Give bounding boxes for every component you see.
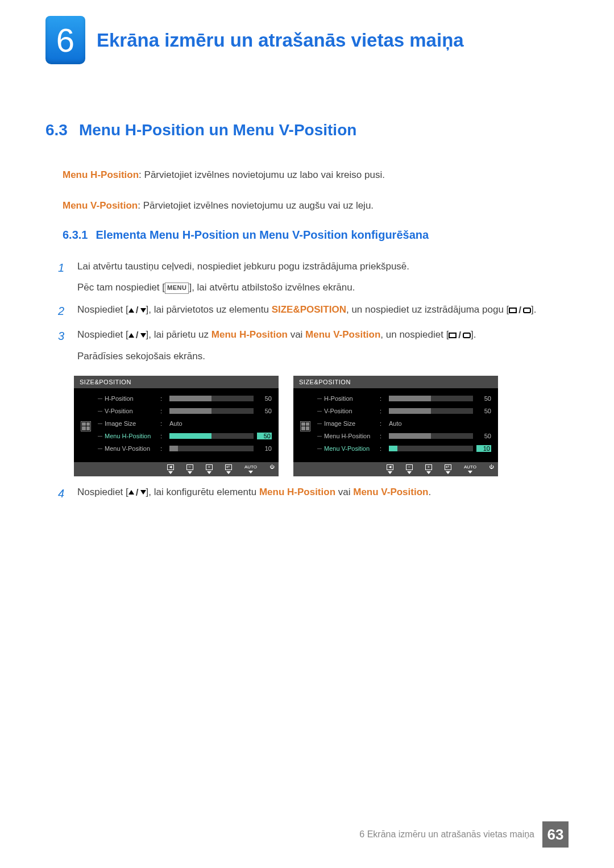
step-3: 3 Nospiediet [/], lai pārietu uz Menu H-… [58, 327, 569, 364]
osd-screenshots: SIZE&POSITION H-Position:50 V-Position:5… [74, 376, 569, 476]
step-4-pre: Nospiediet [ [77, 487, 128, 497]
step-2-highlight: SIZE&POSITION [272, 304, 346, 315]
step-2-number: 2 [58, 302, 68, 320]
up-down-icon: / [128, 327, 146, 343]
osd1-imgsize-val: Auto [169, 420, 182, 427]
subsection-title: Elementa Menu H-Position un Menu V-Posit… [96, 229, 429, 242]
footer-left-icon: ◄ [387, 464, 393, 470]
chapter-number-badge: 6 [45, 16, 85, 64]
subsection-heading: 6.3.1 Elementa Menu H-Position un Menu V… [63, 229, 569, 242]
step-3-hl1: Menu H-Position [211, 329, 288, 340]
osd1-footer: ◄ − + ↵ AUTO ⏻ [74, 462, 279, 476]
osd2-menuh-label: Menu H-Position [317, 433, 380, 439]
step-1-b-pre: Pēc tam nospiediet [ [77, 282, 165, 293]
osd2-imgsize-label: Image Size [317, 420, 380, 427]
osd2-vpos-val: 50 [476, 408, 491, 414]
subsection-number: 6.3.1 [63, 229, 88, 242]
osd1-title: SIZE&POSITION [74, 376, 279, 388]
section-number: 6.3 [45, 121, 68, 139]
osd2-hpos-val: 50 [476, 395, 491, 402]
definition-h-text: : Pārvietojiet izvēlnes novietojumu uz l… [139, 169, 385, 180]
definition-h: Menu H-Position: Pārvietojiet izvēlnes n… [63, 168, 569, 182]
step-4: 4 Nospiediet [/], lai konfigurētu elemen… [58, 484, 569, 502]
rect-enter-icon: / [509, 302, 531, 318]
osd-panel-1: SIZE&POSITION H-Position:50 V-Position:5… [74, 376, 279, 476]
footer-minus-icon: − [186, 464, 193, 470]
grid-icon [300, 421, 310, 431]
osd1-hpos-val: 50 [257, 395, 272, 402]
rect-enter-icon: / [449, 327, 471, 343]
osd2-menuh-val: 50 [476, 433, 491, 439]
up-down-icon: / [128, 302, 146, 318]
step-3-mid1: ], lai pārietu uz [146, 329, 211, 340]
footer-power-icon: ⏻ [269, 464, 274, 470]
chapter-title: Ekrāna izmēru un atrašanās vietas maiņa [97, 30, 464, 51]
osd2-menuv-val: 10 [476, 445, 491, 452]
step-4-hl1: Menu H-Position [259, 487, 335, 497]
step-4-mid2: vai [335, 487, 353, 497]
grid-icon [81, 421, 91, 431]
footer-plus-icon: + [425, 464, 432, 470]
osd1-imgsize-label: Image Size [98, 420, 160, 427]
step-2-post1: , un nospiediet uz izstrādājuma pogu [ [346, 304, 509, 315]
step-3-line2: Parādīsies sekojošais ekrāns. [77, 348, 569, 364]
footer-minus-icon: − [406, 464, 413, 470]
footer-left-icon: ◄ [167, 464, 174, 470]
osd1-vpos-label: V-Position [98, 408, 160, 414]
step-2-mid: ], lai pārvietotos uz elementu [146, 304, 272, 315]
definition-v-text: : Pārvietojiet izvēlnes novietojumu uz a… [138, 200, 374, 211]
osd2-title: SIZE&POSITION [293, 376, 498, 388]
osd1-menuv-label: Menu V-Position [98, 445, 160, 452]
step-3-mid3: , un nospiediet [ [380, 329, 449, 340]
step-2-post2: ]. [531, 304, 536, 315]
osd2-vpos-label: V-Position [317, 408, 380, 414]
step-1-line-a: Lai atvērtu taustiņu ceļvedi, nospiediet… [77, 259, 569, 274]
up-down-icon: / [128, 485, 146, 500]
osd2-menuv-label: Menu V-Position [317, 445, 380, 452]
osd2-hpos-label: H-Position [317, 395, 380, 402]
osd1-menuh-val: 50 [257, 433, 272, 439]
osd1-menuh-label: Menu H-Position [98, 433, 160, 439]
step-1-b-post: ], lai atvērtu atbilstošo izvēlnes ekrān… [189, 282, 355, 293]
osd1-menuv-val: 10 [257, 445, 272, 452]
footer-power-icon: ⏻ [489, 464, 493, 470]
step-1-number: 1 [58, 259, 68, 295]
footer-enter-icon: ↵ [225, 464, 232, 470]
osd2-footer: ◄ − + ↵ AUTO ⏻ [293, 462, 498, 476]
step-4-number: 4 [58, 484, 68, 502]
step-4-post: . [428, 487, 431, 497]
step-1: 1 Lai atvērtu taustiņu ceļvedi, nospiedi… [58, 259, 569, 295]
step-3-hl2: Menu V-Position [305, 329, 380, 340]
menu-button-label: MENU [165, 283, 189, 294]
step-2: 2 Nospiediet [/], lai pārvietotos uz ele… [58, 302, 569, 320]
page-footer: 6 Ekrāna izmēru un atrašanās vietas maiņ… [359, 821, 569, 848]
step-3-number: 3 [58, 327, 68, 364]
osd-panel-2: SIZE&POSITION H-Position:50 V-Position:5… [293, 376, 498, 476]
definition-v: Menu V-Position: Pārvietojiet izvēlnes n… [63, 198, 569, 213]
page-number: 63 [542, 821, 569, 848]
step-2-pre: Nospiediet [ [77, 304, 128, 315]
step-4-mid: ], lai konfigurētu elementu [146, 487, 259, 497]
definition-v-term: Menu V-Position [63, 200, 138, 211]
osd1-vpos-val: 50 [257, 408, 272, 414]
osd1-hpos-label: H-Position [98, 395, 160, 402]
footer-plus-icon: + [206, 464, 213, 470]
step-3-pre: Nospiediet [ [77, 329, 128, 340]
footer-auto-label: AUTO [464, 464, 476, 470]
definition-h-term: Menu H-Position [63, 169, 139, 180]
page-footer-text: 6 Ekrāna izmēru un atrašanās vietas maiņ… [359, 829, 534, 840]
section-title: Menu H-Position un Menu V-Position [79, 121, 356, 139]
step-4-hl2: Menu V-Position [353, 487, 428, 497]
section-heading: 6.3 Menu H-Position un Menu V-Position [45, 121, 569, 139]
step-3-mid2: vai [288, 329, 305, 340]
footer-enter-icon: ↵ [445, 464, 451, 470]
step-3-post: ]. [471, 329, 476, 340]
chapter-header: 6 Ekrāna izmēru un atrašanās vietas maiņ… [45, 16, 569, 64]
osd2-imgsize-val: Auto [389, 420, 402, 427]
footer-auto-label: AUTO [244, 464, 257, 470]
